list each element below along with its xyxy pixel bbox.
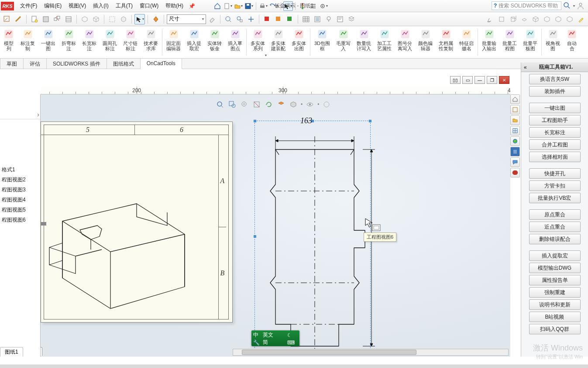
tree-item-3[interactable]: 程图视图4 bbox=[0, 195, 40, 205]
tree-item-4[interactable]: 程图视图5 bbox=[0, 205, 40, 215]
gear-icon[interactable]: ▾ bbox=[319, 1, 328, 11]
ribbon-一键出图[interactable]: 一键出 图 bbox=[38, 26, 58, 58]
taskpane-btn-14[interactable]: 模型输出DWG bbox=[529, 263, 581, 273]
doc-close-icon[interactable]: ✕ bbox=[499, 76, 509, 84]
note-icon[interactable] bbox=[335, 14, 345, 24]
doc-layout2-icon[interactable]: ▭ bbox=[462, 76, 473, 84]
ribbon-多实体系列[interactable]: 多实体 系列▾ bbox=[248, 26, 268, 58]
ribbon-模型列[interactable]: 模型 列 bbox=[0, 26, 17, 58]
taskpane-btn-10[interactable]: 原点重合 bbox=[529, 209, 581, 220]
block-icon[interactable] bbox=[41, 14, 51, 24]
view-normal-icon[interactable] bbox=[564, 14, 575, 24]
ribbon-加工工艺属性[interactable]: 加工工 艺属性 bbox=[374, 26, 395, 58]
box-select-icon[interactable] bbox=[107, 14, 117, 24]
format-icon[interactable] bbox=[63, 14, 74, 24]
ime-keyboard-icon[interactable]: ⌨ bbox=[287, 340, 298, 346]
view-tri-icon[interactable] bbox=[553, 14, 564, 24]
ribbon-尺寸链标注[interactable]: 尺寸链 标注 bbox=[120, 26, 141, 58]
zoom-window-icon[interactable] bbox=[234, 14, 245, 24]
taskpane-btn-18[interactable]: B站视频 bbox=[529, 312, 581, 322]
side-stop-icon[interactable] bbox=[510, 168, 520, 177]
hud-hide-show-icon[interactable] bbox=[305, 100, 315, 109]
view-front-icon[interactable] bbox=[496, 14, 507, 24]
tree-item-2[interactable]: 程图视图3 bbox=[0, 185, 40, 195]
menu-window[interactable]: 窗口(W) bbox=[136, 0, 162, 11]
taskpane-btn-16[interactable]: 强制重建 bbox=[529, 287, 581, 298]
replace-icon[interactable] bbox=[52, 14, 62, 24]
side-explorer-icon[interactable] bbox=[510, 115, 520, 125]
zoom-fit-icon[interactable] bbox=[223, 14, 234, 24]
ribbon-插入提取宏[interactable]: 插入提 取宏 bbox=[184, 26, 204, 58]
hud-prev-view-icon[interactable] bbox=[240, 100, 249, 109]
tree-item-0[interactable]: 格式1 bbox=[0, 165, 40, 175]
layer-orange-icon[interactable] bbox=[273, 14, 284, 24]
ribbon-批量输入输出[interactable]: 批量输 入输出 bbox=[479, 26, 499, 58]
view-top-icon[interactable] bbox=[519, 14, 530, 24]
hud-section-icon[interactable] bbox=[252, 100, 261, 109]
revision-icon[interactable] bbox=[346, 14, 357, 24]
user-icon[interactable] bbox=[577, 2, 585, 10]
taskpane-btn-4[interactable]: 长宽标注 bbox=[529, 127, 581, 138]
sketch-tool-icon[interactable] bbox=[2, 14, 12, 24]
3d-box-icon[interactable] bbox=[118, 14, 129, 24]
ime-bar[interactable]: 中英文☾ 🔧简⌨ bbox=[251, 330, 299, 346]
taskpane-btn-6[interactable]: 选择相对面 bbox=[529, 152, 581, 162]
sheet-tab[interactable]: 图纸1 bbox=[41, 347, 42, 356]
pan-icon[interactable] bbox=[246, 14, 256, 24]
table-icon[interactable] bbox=[301, 14, 311, 24]
eraser-icon[interactable] bbox=[207, 14, 217, 24]
ime-wrench-icon[interactable]: 🔧 bbox=[253, 340, 261, 346]
taskpane-btn-7[interactable]: 快捷开孔 bbox=[529, 168, 581, 179]
tab-oncadtools[interactable]: OnCadTools bbox=[141, 59, 182, 69]
ribbon-颜色编辑器[interactable]: 颜色编 辑器 bbox=[415, 26, 436, 58]
taskpane-btn-0[interactable]: 换语言关SW bbox=[529, 74, 581, 84]
hud-box-icon[interactable] bbox=[289, 100, 298, 109]
triad-icon[interactable] bbox=[485, 14, 495, 24]
layer-green-icon[interactable] bbox=[285, 14, 295, 24]
ribbon-批量平板图[interactable]: 批量平 板图 bbox=[520, 26, 540, 58]
measure-tool-icon[interactable] bbox=[13, 14, 24, 24]
menu-view[interactable]: 视图(V) bbox=[65, 0, 89, 11]
save-icon[interactable]: ▾ bbox=[244, 1, 254, 11]
taskpane-btn-17[interactable]: 说明书和更新 bbox=[529, 299, 581, 310]
ribbon-固定面编辑器[interactable]: 固定面 编辑器 bbox=[163, 26, 184, 58]
side-forum-icon[interactable] bbox=[510, 157, 520, 167]
ribbon-多实体出图[interactable]: 多实体 出图 bbox=[289, 26, 309, 58]
new-icon[interactable]: ▾ bbox=[223, 1, 233, 11]
view-right-icon[interactable] bbox=[508, 14, 518, 24]
isometric-view[interactable] bbox=[41, 199, 198, 322]
taskpane-btn-2[interactable]: 一键出图 bbox=[529, 103, 581, 113]
print-icon[interactable]: ▾ bbox=[258, 1, 268, 11]
tree-item-1[interactable]: 程图视图2 bbox=[0, 175, 40, 185]
taskpane-btn-12[interactable]: 删除错误配合 bbox=[529, 234, 581, 244]
layer-red-icon[interactable] bbox=[262, 14, 272, 24]
ime-switch-icon[interactable]: 中 bbox=[253, 331, 261, 339]
open-icon[interactable]: ▾ bbox=[234, 1, 243, 11]
hud-scene-icon[interactable] bbox=[322, 100, 331, 109]
taskpane-btn-11[interactable]: 近点重合 bbox=[529, 222, 581, 232]
select-cursor-icon[interactable]: ▾ bbox=[134, 14, 145, 24]
hud-display-style-icon[interactable] bbox=[276, 100, 286, 109]
ribbon-图号分离写入[interactable]: 图号分 离写入 bbox=[395, 26, 415, 58]
doc-restore-icon[interactable]: ❐ bbox=[487, 76, 497, 84]
menu-insert[interactable]: 插入(I) bbox=[89, 0, 112, 11]
dimension-combo[interactable]: 尺寸▾ bbox=[167, 14, 206, 24]
highlighter-icon[interactable] bbox=[576, 14, 586, 24]
taskpane-btn-9[interactable]: 批量执行VB宏 bbox=[529, 193, 581, 203]
ribbon-批量工程图[interactable]: 批量工 程图 bbox=[499, 26, 520, 58]
menu-pin-icon[interactable]: 📌 bbox=[189, 3, 195, 9]
side-library-icon[interactable] bbox=[510, 105, 520, 115]
ribbon-技术要求库[interactable]: 技术要 求库 bbox=[141, 26, 161, 58]
hud-zoom-area-icon[interactable] bbox=[227, 100, 237, 109]
ribbon-折弯标注[interactable]: 折弯标 注 bbox=[58, 26, 79, 58]
side-home-icon[interactable] bbox=[510, 94, 520, 104]
ribbon-插入草图点[interactable]: 插入草 图点 bbox=[225, 26, 245, 58]
menu-help[interactable]: 帮助(H) bbox=[162, 0, 187, 11]
ribbon-毛重写入[interactable]: 毛重写 入 bbox=[333, 26, 354, 58]
taskpane-btn-19[interactable]: 扫码入QQ群 bbox=[529, 324, 581, 334]
view-iso-icon[interactable] bbox=[530, 14, 541, 24]
taskpane-collapse-icon[interactable]: « bbox=[524, 64, 527, 70]
sheet-tree-tab[interactable]: 图纸1 bbox=[0, 347, 23, 357]
view-dim-icon[interactable] bbox=[542, 14, 552, 24]
taskpane-btn-5[interactable]: 合并工程图 bbox=[529, 139, 581, 150]
